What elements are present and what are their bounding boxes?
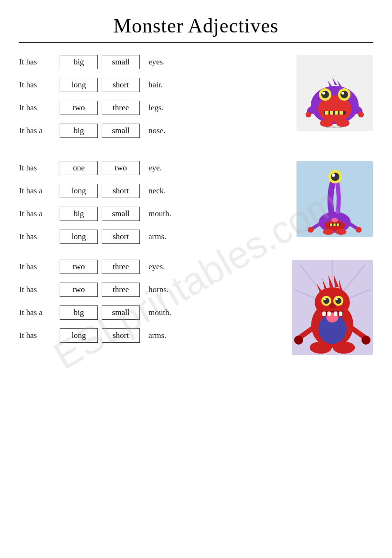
- table-row: It has long short hair.: [19, 78, 287, 92]
- svg-point-9: [322, 92, 325, 95]
- svg-point-37: [356, 227, 361, 232]
- table-row: It has long short arms.: [19, 328, 282, 343]
- svg-point-59: [336, 298, 338, 300]
- rows-container-1: It has big small eyes. It has long short…: [19, 55, 287, 147]
- table-row: It has a big small nose.: [19, 124, 287, 138]
- svg-rect-63: [327, 311, 330, 316]
- word-box-1: big: [60, 305, 98, 320]
- word-box-1: two: [60, 101, 98, 115]
- svg-point-70: [310, 342, 332, 354]
- svg-point-8: [321, 91, 329, 98]
- section-3: It has two three eyes. It has two three …: [19, 260, 373, 355]
- svg-point-32: [332, 173, 335, 177]
- svg-point-39: [336, 229, 347, 235]
- word-box-1: two: [60, 283, 98, 297]
- svg-rect-62: [322, 311, 326, 316]
- svg-point-31: [331, 172, 339, 181]
- row-ending: arms.: [148, 232, 166, 242]
- svg-point-17: [306, 112, 311, 117]
- svg-marker-15: [337, 80, 342, 87]
- monster-image-2: [297, 161, 373, 237]
- row-label: It has: [19, 80, 60, 90]
- table-row: It has a long short neck.: [19, 184, 287, 198]
- svg-point-69: [361, 336, 371, 345]
- word-box-2: small: [102, 305, 140, 320]
- svg-rect-29: [337, 223, 339, 226]
- word-box-1: two: [60, 260, 98, 274]
- word-box-2: small: [102, 124, 140, 138]
- word-box-2: three: [102, 283, 140, 297]
- page-title: Monster Adjectives: [19, 14, 373, 37]
- title-divider: [19, 42, 373, 43]
- row-label: It has a: [19, 209, 60, 219]
- row-ending: hair.: [148, 80, 163, 90]
- svg-rect-64: [334, 311, 337, 316]
- row-label: It has: [19, 57, 60, 67]
- rows-container-2: It has one two eye. It has a long short …: [19, 161, 287, 253]
- monster-image-3: [292, 260, 373, 355]
- word-box-2: small: [102, 207, 140, 221]
- row-label: It has a: [19, 186, 60, 196]
- svg-rect-27: [330, 223, 332, 226]
- svg-rect-5: [335, 111, 338, 115]
- table-row: It has two three horns.: [19, 283, 282, 297]
- word-box-1: long: [60, 328, 98, 343]
- svg-point-60: [329, 304, 336, 309]
- table-row: It has two three eyes.: [19, 260, 282, 274]
- svg-marker-13: [328, 80, 332, 87]
- svg-point-33: [331, 218, 338, 222]
- word-box-1: big: [60, 124, 98, 138]
- svg-point-35: [308, 227, 314, 232]
- word-box-2: three: [102, 260, 140, 274]
- row-label: It has: [19, 285, 60, 295]
- word-box-1: long: [60, 184, 98, 198]
- svg-rect-65: [339, 311, 342, 316]
- svg-marker-14: [332, 77, 337, 85]
- svg-point-56: [324, 298, 326, 300]
- svg-rect-4: [330, 111, 333, 115]
- word-box-2: three: [102, 101, 140, 115]
- table-row: It has a big small mouth.: [19, 305, 282, 320]
- monster-image-1: macmcrae.com: [297, 55, 373, 131]
- word-box-2: short: [102, 78, 140, 92]
- row-label: It has: [19, 232, 60, 242]
- row-ending: eye.: [148, 163, 162, 173]
- word-box-2: short: [102, 184, 140, 198]
- row-ending: horns.: [148, 285, 169, 295]
- svg-point-71: [333, 342, 355, 354]
- row-label: It has a: [19, 126, 60, 136]
- row-label: It has a: [19, 308, 60, 317]
- row-label: It has: [19, 163, 60, 173]
- svg-point-67: [294, 336, 303, 345]
- word-box-2: short: [102, 230, 140, 244]
- row-ending: arms.: [148, 331, 166, 340]
- section-2: It has one two eye. It has a long short …: [19, 161, 373, 253]
- word-box-1: big: [60, 207, 98, 221]
- row-ending: mouth.: [148, 308, 171, 317]
- row-ending: neck.: [148, 186, 166, 196]
- word-box-2: two: [102, 161, 140, 175]
- word-box-1: one: [60, 161, 98, 175]
- word-box-2: short: [102, 328, 140, 343]
- svg-point-11: [340, 91, 348, 98]
- table-row: It has two three legs.: [19, 101, 287, 115]
- table-row: It has big small eyes.: [19, 55, 287, 69]
- row-ending: eyes.: [148, 57, 165, 67]
- svg-point-12: [341, 92, 344, 95]
- svg-rect-3: [325, 111, 328, 115]
- row-ending: legs.: [148, 103, 164, 113]
- table-row: It has long short arms.: [19, 230, 287, 244]
- svg-rect-6: [339, 111, 343, 115]
- table-row: It has a big small mouth.: [19, 207, 287, 221]
- svg-rect-28: [333, 223, 335, 226]
- row-ending: mouth.: [148, 209, 171, 219]
- rows-container-3: It has two three eyes. It has two three …: [19, 260, 282, 351]
- row-label: It has: [19, 103, 60, 113]
- word-box-1: long: [60, 78, 98, 92]
- row-label: It has: [19, 262, 60, 272]
- svg-text:macmcrae.com: macmcrae.com: [326, 126, 344, 128]
- word-box-2: small: [102, 55, 140, 69]
- row-ending: eyes.: [148, 262, 165, 272]
- section-1: It has big small eyes. It has long short…: [19, 55, 373, 147]
- row-label: It has: [19, 331, 60, 340]
